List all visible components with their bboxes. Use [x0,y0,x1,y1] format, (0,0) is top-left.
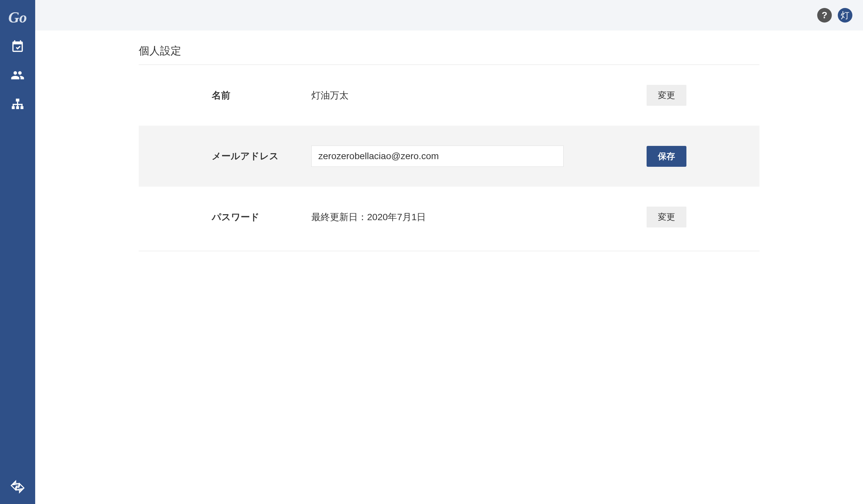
email-field[interactable] [311,145,564,167]
sidebar: Go [0,0,35,504]
topbar: ? 灯 [35,0,863,30]
name-value: 灯油万太 [311,89,633,102]
svg-rect-8 [21,104,23,106]
page-title: 個人設定 [139,44,760,65]
swap-arrows-icon[interactable] [10,479,26,495]
save-email-button[interactable]: 保存 [647,146,686,167]
svg-rect-0 [16,99,20,102]
users-icon[interactable] [10,67,26,83]
org-chart-icon[interactable] [10,96,26,113]
email-label: メールアドレス [212,150,311,163]
name-row: 名前 灯油万太 変更 [139,65,760,126]
svg-rect-3 [21,106,24,109]
change-name-button[interactable]: 変更 [647,85,686,106]
main-content: 個人設定 名前 灯油万太 変更 メールアドレス 保存 パスワード 最終更新日：2… [35,30,863,504]
logo[interactable]: Go [8,9,27,26]
svg-marker-9 [11,481,19,490]
svg-rect-4 [17,102,18,104]
svg-rect-1 [12,106,15,109]
avatar[interactable]: 灯 [838,8,852,23]
svg-rect-2 [16,106,19,109]
password-value: 最終更新日：2020年7月1日 [311,211,633,223]
help-icon[interactable]: ? [817,8,832,23]
svg-rect-6 [13,104,14,106]
calendar-check-icon[interactable] [10,38,26,54]
email-row: メールアドレス 保存 [139,126,760,187]
svg-rect-7 [17,104,18,106]
password-label: パスワード [212,211,311,223]
section-divider [139,251,760,251]
password-row: パスワード 最終更新日：2020年7月1日 変更 [139,187,760,247]
change-password-button[interactable]: 変更 [647,207,686,228]
name-label: 名前 [212,89,311,102]
